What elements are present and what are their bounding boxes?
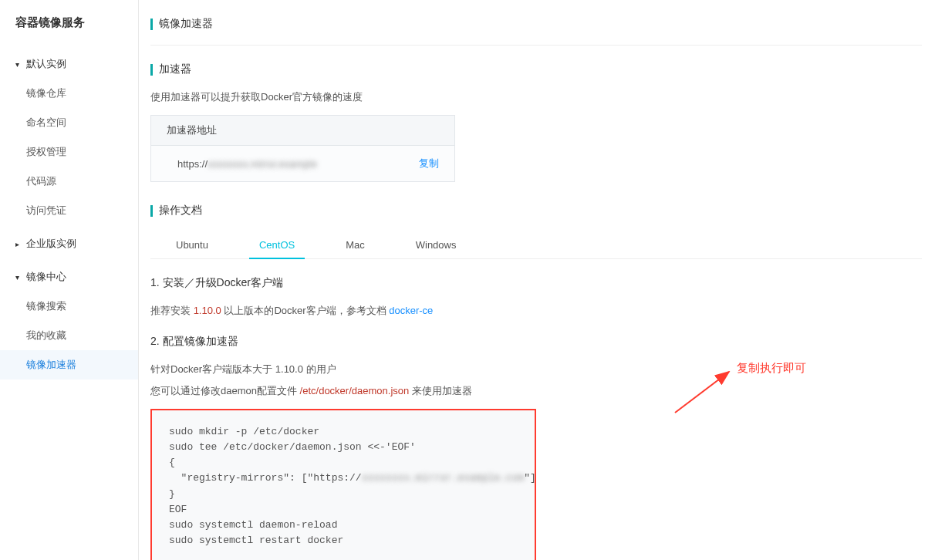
- code-block: sudo mkdir -p /etc/docker sudo tee /etc/…: [150, 409, 536, 560]
- url-prefix: https://: [177, 158, 208, 170]
- sidebar-item-accelerator[interactable]: 镜像加速器: [0, 350, 138, 380]
- sidebar-group-center: ▾ 镜像中心 镜像搜索 我的收藏 镜像加速器: [0, 262, 138, 380]
- chevron-right-icon: ▸: [15, 240, 22, 248]
- code-line: sudo mkdir -p /etc/docker: [169, 426, 319, 437]
- url-box-title: 加速器地址: [151, 116, 454, 146]
- accelerator-desc: 使用加速器可以提升获取Docker官方镜像的速度: [150, 90, 945, 104]
- sidebar-group-label: 镜像中心: [26, 270, 66, 284]
- chevron-down-icon: ▾: [15, 273, 22, 282]
- sidebar-title: 容器镜像服务: [0, 15, 138, 49]
- sidebar: 容器镜像服务 ▾ 默认实例 镜像仓库 命名空间 授权管理 代码源 访问凭证 ▸ …: [0, 0, 139, 560]
- os-tabs: Ubuntu CentOS Mac Windows: [150, 231, 922, 259]
- step1-desc: 推荐安装 1.10.0 以上版本的Docker客户端，参考文档 docker-c…: [150, 304, 945, 318]
- step1-title: 1. 安装／升级Docker客户端: [150, 276, 945, 290]
- code-hidden: xxxxxxxx.mirror.example.com: [362, 472, 525, 484]
- code-line: sudo systemctl daemon-reload: [169, 519, 337, 531]
- sidebar-item-favorites[interactable]: 我的收藏: [0, 321, 138, 350]
- sidebar-item-auth[interactable]: 授权管理: [0, 137, 138, 167]
- url-box: 加速器地址 https://xxxxxxxx.mirror.example 复制: [150, 115, 455, 182]
- step2-line2: 您可以通过修改daemon配置文件 /etc/docker/daemon.jso…: [150, 384, 945, 398]
- sidebar-group-default: ▾ 默认实例 镜像仓库 命名空间 授权管理 代码源 访问凭证: [0, 49, 138, 225]
- sidebar-group-toggle-center[interactable]: ▾ 镜像中心: [0, 262, 138, 292]
- step2-title: 2. 配置镜像加速器: [150, 335, 945, 349]
- sidebar-item-source[interactable]: 代码源: [0, 167, 138, 196]
- accelerator-url: https://xxxxxxxx.mirror.example: [177, 158, 317, 170]
- heading-accent-bar: [150, 205, 153, 217]
- section-heading-accelerator: 加速器: [150, 62, 945, 76]
- sidebar-group-toggle-default[interactable]: ▾ 默认实例: [0, 49, 138, 79]
- code-line: sudo tee /etc/docker/daemon.json <<-'EOF…: [169, 441, 416, 453]
- code-line: sudo systemctl restart docker: [169, 535, 343, 546]
- url-hidden: xxxxxxxx.mirror.example: [208, 158, 317, 170]
- path-highlight: /etc/docker/daemon.json: [300, 385, 410, 396]
- docker-ce-link[interactable]: docker-ce: [389, 305, 433, 316]
- tab-ubuntu[interactable]: Ubuntu: [162, 231, 222, 258]
- sidebar-group-label: 默认实例: [26, 57, 66, 71]
- code-line-prefix: "registry-mirrors": ["https://: [169, 472, 362, 484]
- sidebar-item-repo[interactable]: 镜像仓库: [0, 79, 138, 108]
- tab-windows[interactable]: Windows: [402, 231, 471, 258]
- copy-button[interactable]: 复制: [419, 157, 439, 170]
- sidebar-group-label: 企业版实例: [26, 237, 76, 251]
- sidebar-item-search[interactable]: 镜像搜索: [0, 292, 138, 321]
- section-heading-docs: 操作文档: [150, 204, 945, 218]
- sidebar-group-toggle-enterprise[interactable]: ▸ 企业版实例: [0, 229, 138, 258]
- main-content: 镜像加速器 加速器 使用加速器可以提升获取Docker官方镜像的速度 加速器地址…: [139, 0, 945, 560]
- code-line-suffix: "]: [524, 472, 536, 484]
- tab-mac[interactable]: Mac: [332, 231, 379, 258]
- code-line: {: [169, 457, 175, 468]
- code-line: }: [169, 488, 175, 500]
- tab-centos[interactable]: CentOS: [245, 231, 309, 258]
- heading-accent-bar: [150, 64, 153, 76]
- page-title: 镜像加速器: [159, 17, 213, 31]
- page-heading: 镜像加速器: [150, 17, 945, 31]
- step2-line1: 针对Docker客户端版本大于 1.10.0 的用户: [150, 363, 945, 376]
- divider: [150, 45, 922, 46]
- section-title: 操作文档: [159, 204, 202, 218]
- url-box-body: https://xxxxxxxx.mirror.example 复制: [151, 146, 454, 181]
- chevron-down-icon: ▾: [15, 60, 22, 69]
- version-highlight: 1.10.0: [194, 305, 221, 316]
- sidebar-item-namespace[interactable]: 命名空间: [0, 108, 138, 137]
- sidebar-item-credential[interactable]: 访问凭证: [0, 196, 138, 225]
- sidebar-group-enterprise: ▸ 企业版实例: [0, 229, 138, 258]
- heading-accent-bar: [150, 19, 153, 30]
- code-line: EOF: [169, 504, 187, 515]
- section-title: 加速器: [159, 62, 191, 76]
